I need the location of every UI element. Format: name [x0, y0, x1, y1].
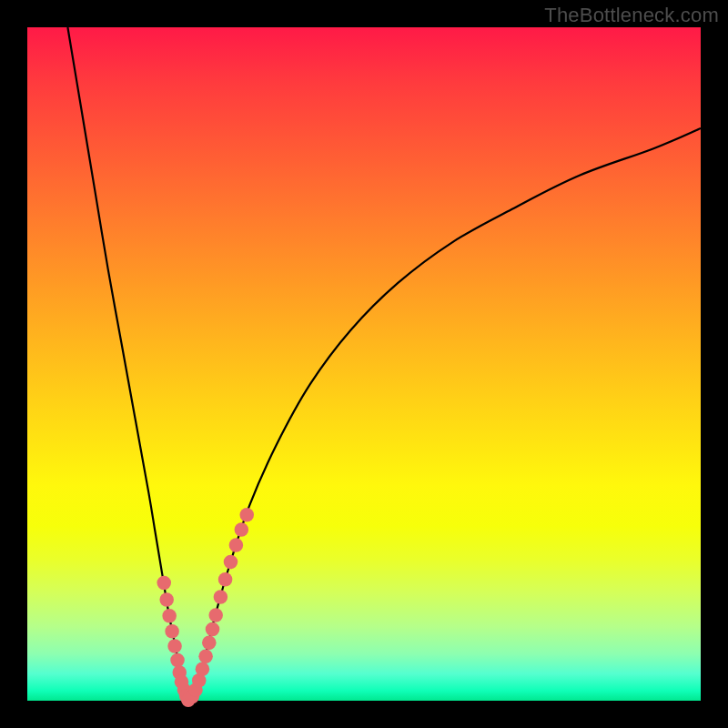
data-marker — [196, 662, 210, 676]
data-marker — [157, 576, 171, 591]
data-marker — [159, 592, 174, 607]
data-marker — [202, 636, 217, 651]
data-marker — [208, 608, 223, 622]
data-marker — [239, 508, 254, 522]
data-marker — [229, 538, 244, 552]
data-marker — [165, 624, 179, 639]
data-marker — [162, 609, 177, 623]
marker-layer — [157, 508, 254, 707]
data-marker — [198, 649, 213, 663]
data-marker — [235, 522, 249, 537]
data-marker — [167, 639, 182, 653]
curve-right — [189, 128, 701, 701]
data-marker — [170, 653, 185, 668]
data-marker — [218, 572, 233, 587]
chart-svg — [27, 27, 701, 701]
data-marker — [224, 555, 238, 570]
data-marker — [214, 590, 228, 604]
data-marker — [206, 622, 220, 637]
watermark-text: TheBottleneck.com — [544, 4, 719, 27]
outer-frame: TheBottleneck.com — [0, 0, 728, 728]
